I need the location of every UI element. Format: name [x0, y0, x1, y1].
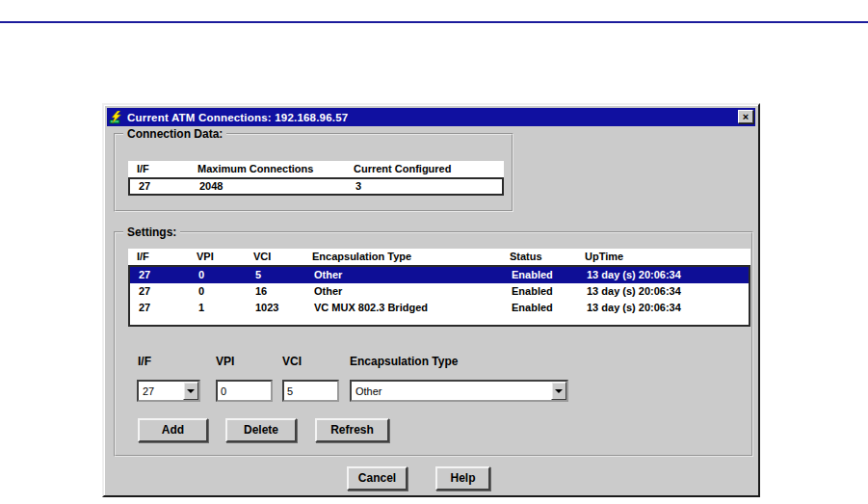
lightning-device-icon — [109, 111, 123, 124]
cell-if: 27 — [130, 179, 191, 194]
vpi-field-label: VPI — [216, 355, 234, 368]
dialog-titlebar[interactable]: Current ATM Connections: 192.168.96.57 × — [107, 108, 755, 126]
cell-vpi: 1 — [190, 300, 247, 316]
vci-field-label: VCI — [282, 355, 302, 368]
cell-status: Enabled — [503, 300, 578, 316]
encapsulation-dropdown-button[interactable] — [551, 382, 566, 400]
cell-vpi: 0 — [190, 267, 247, 283]
col-header-vci: VCI — [245, 249, 303, 265]
dialog-title: Current ATM Connections: 192.168.96.57 — [127, 112, 348, 123]
cell-status: Enabled — [503, 267, 578, 283]
col-header-encapsulation-type: Encapsulation Type — [303, 249, 501, 265]
table-row[interactable]: 27 2048 3 — [130, 179, 502, 194]
cell-encapsulation: Other — [305, 267, 503, 283]
connection-data-table: 27 2048 3 — [128, 177, 504, 196]
atm-connections-dialog: Current ATM Connections: 192.168.96.57 ×… — [102, 103, 760, 497]
col-header-vpi: VPI — [188, 249, 245, 265]
connection-data-header: I/F Maximum Connections Current Configur… — [128, 161, 504, 177]
list-item-selected[interactable]: 27 0 5 Other Enabled 13 day (s) 20:06:34 — [130, 267, 749, 283]
page-top-rule — [0, 21, 868, 23]
vci-input[interactable] — [284, 382, 337, 400]
list-item[interactable]: 27 0 16 Other Enabled 13 day (s) 20:06:3… — [130, 283, 749, 300]
cancel-button[interactable]: Cancel — [347, 466, 408, 491]
if-dropdown-button[interactable] — [183, 382, 198, 400]
col-header-if: I/F — [128, 161, 189, 177]
cell-encapsulation: Other — [305, 283, 503, 300]
col-header-status: Status — [501, 249, 576, 265]
cell-uptime: 13 day (s) 20:06:34 — [578, 267, 749, 283]
vpi-input[interactable] — [218, 382, 271, 400]
cell-uptime: 13 day (s) 20:06:34 — [578, 283, 749, 300]
vpi-field-wrap — [216, 380, 273, 402]
encapsulation-type-dropdown-value: Other — [352, 385, 551, 397]
cell-uptime: 13 day (s) 20:06:34 — [578, 300, 749, 316]
encapsulation-type-field-label: Encapsulation Type — [350, 355, 458, 368]
cell-if: 27 — [130, 283, 190, 300]
settings-group: Settings: I/F VPI VCI Encapsulation Type… — [114, 231, 753, 457]
add-button[interactable]: Add — [138, 418, 208, 442]
if-dropdown-value: 27 — [139, 385, 183, 397]
encapsulation-type-dropdown[interactable]: Other — [350, 380, 568, 402]
refresh-button[interactable]: Refresh — [315, 418, 389, 442]
vci-field-wrap — [282, 380, 339, 402]
delete-button[interactable]: Delete — [225, 418, 297, 442]
settings-label: Settings: — [123, 225, 180, 239]
cell-current-configured: 3 — [347, 179, 502, 194]
cell-vci: 5 — [247, 267, 305, 283]
col-header-uptime: UpTime — [576, 249, 750, 265]
settings-header: I/F VPI VCI Encapsulation Type Status Up… — [128, 249, 750, 265]
cell-encapsulation: VC MUX 802.3 Bridged — [305, 300, 503, 316]
cell-vci: 16 — [247, 283, 305, 300]
cell-if: 27 — [130, 267, 190, 283]
cell-vci: 1023 — [247, 300, 305, 316]
list-item[interactable]: 27 1 1023 VC MUX 802.3 Bridged Enabled 1… — [130, 300, 749, 316]
connection-data-label: Connection Data: — [123, 127, 226, 141]
help-button[interactable]: Help — [435, 466, 490, 491]
col-header-if: I/F — [128, 249, 188, 265]
chevron-down-icon — [555, 389, 563, 393]
page: Current ATM Connections: 192.168.96.57 ×… — [0, 0, 868, 504]
cell-status: Enabled — [503, 283, 578, 300]
col-header-max-connections: Maximum Connections — [189, 161, 345, 177]
col-header-current-configured: Current Configured — [345, 161, 504, 177]
chevron-down-icon — [187, 389, 195, 393]
settings-list: 27 0 5 Other Enabled 13 day (s) 20:06:34… — [128, 265, 750, 327]
connection-data-group: Connection Data: I/F Maximum Connections… — [114, 133, 513, 212]
close-icon[interactable]: × — [738, 110, 753, 123]
cell-max-connections: 2048 — [191, 179, 347, 194]
cell-if: 27 — [130, 300, 190, 316]
cell-vpi: 0 — [190, 283, 247, 300]
if-dropdown[interactable]: 27 — [137, 380, 200, 402]
if-field-label: I/F — [138, 355, 151, 368]
